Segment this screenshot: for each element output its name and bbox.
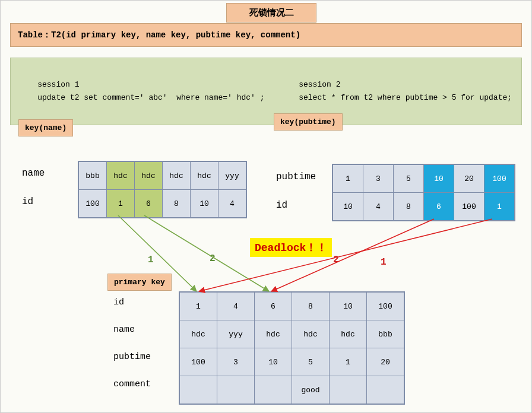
name-index-cell: 10 [191, 190, 218, 218]
name-index-rowlabel-id: id [22, 196, 33, 207]
name-index-cell: 8 [163, 190, 191, 218]
pub-index-cell: 10 [424, 164, 454, 193]
pub-index-cell: 6 [424, 193, 454, 221]
red-arrow-num-2: 2 [333, 255, 339, 265]
name-index-rowlabel-name: name [22, 168, 45, 179]
primary-cell: hdc [330, 320, 367, 348]
name-index-cell: 6 [135, 190, 163, 218]
primary-key-label: primary key [107, 274, 172, 291]
primary-cell: yyy [217, 320, 255, 348]
pub-index-cell: 8 [394, 193, 424, 221]
deadlock-callout: Deadlock！！ [250, 238, 332, 257]
primary-cell: 100 [367, 292, 405, 320]
pub-index-cell: 10 [332, 193, 363, 221]
primary-cell: 6 [255, 292, 292, 320]
name-index-cell: 100 [78, 190, 107, 218]
green-arrow-num-2: 2 [210, 253, 216, 264]
pub-index-cell: 20 [454, 164, 484, 193]
svg-line-2 [199, 219, 492, 291]
name-index-table: bbbhdchdchdchdcyyy100168104 [78, 161, 247, 218]
pub-index-cell: 100 [484, 164, 515, 193]
green-arrow-num-1: 1 [148, 255, 154, 265]
primary-cell: 3 [217, 348, 255, 376]
primary-rowlabel-name: name [113, 325, 135, 335]
name-index-cell: hdc [163, 161, 191, 190]
primary-cell: 1 [179, 292, 217, 320]
name-index-cell: hdc [135, 161, 163, 190]
session-2-sql: select * from t2 where pubtime > 5 for u… [299, 93, 512, 102]
pub-index-cell: 1 [484, 193, 515, 221]
page-title: 死锁情况二 [226, 3, 316, 23]
primary-cell: 8 [292, 292, 330, 320]
primary-cell [179, 376, 217, 405]
pub-index-cell: 4 [363, 193, 394, 221]
pub-index-cell: 100 [454, 193, 484, 221]
session-2-label: session 2 [299, 80, 340, 89]
pub-index-cell: 3 [363, 164, 394, 193]
pub-index-cell: 1 [332, 164, 363, 193]
primary-rowlabel-pubtime: pubtime [113, 352, 151, 362]
session-1-sql: update t2 set comment=' abc' where name=… [37, 93, 264, 102]
primary-cell [367, 376, 405, 405]
pub-index-rowlabel-id: id [276, 200, 287, 211]
pub-index-table: 1351020100104861001 [332, 164, 515, 221]
red-arrow-num-1: 1 [381, 257, 387, 268]
sql-sessions-box: session 1 update t2 set comment=' abc' w… [10, 58, 522, 125]
primary-cell: 20 [367, 348, 405, 376]
primary-cell: good [292, 376, 330, 405]
pub-index-cell: 5 [394, 164, 424, 193]
name-index-cell: bbb [78, 161, 107, 190]
name-index-cell: 4 [218, 190, 247, 218]
keyname-label: key(name) [18, 119, 73, 136]
name-index-cell: 1 [107, 190, 135, 218]
name-index-cell: hdc [107, 161, 135, 190]
name-index-cell: hdc [191, 161, 218, 190]
primary-cell: hdc [292, 320, 330, 348]
pub-index-rowlabel-pubtime: pubtime [276, 171, 316, 182]
primary-key-table: 146810100hdcyyyhdchdchdcbbb1003105120goo… [179, 291, 405, 405]
primary-cell: 5 [292, 348, 330, 376]
primary-cell [330, 376, 367, 405]
primary-cell: 1 [330, 348, 367, 376]
primary-cell: 10 [330, 292, 367, 320]
primary-cell: hdc [179, 320, 217, 348]
primary-cell: 10 [255, 348, 292, 376]
primary-cell: hdc [255, 320, 292, 348]
primary-rowlabel-comment: comment [113, 379, 151, 389]
primary-cell: 100 [179, 348, 217, 376]
table-definition: Table：T2(id primary key, name key, pubti… [10, 23, 522, 47]
primary-cell: bbb [367, 320, 405, 348]
keypub-label: key(pubtime) [274, 113, 343, 131]
session-2: session 2 select * from t2 where pubtime… [299, 78, 512, 104]
session-1-label: session 1 [37, 80, 79, 89]
diagram-canvas: 死锁情况二 Table：T2(id primary key, name key,… [0, 0, 532, 413]
session-1: session 1 update t2 set comment=' abc' w… [37, 78, 299, 104]
primary-cell: 4 [217, 292, 255, 320]
name-index-cell: yyy [218, 161, 247, 190]
primary-cell [217, 376, 255, 405]
primary-cell [255, 376, 292, 405]
primary-rowlabel-id: id [113, 297, 124, 307]
